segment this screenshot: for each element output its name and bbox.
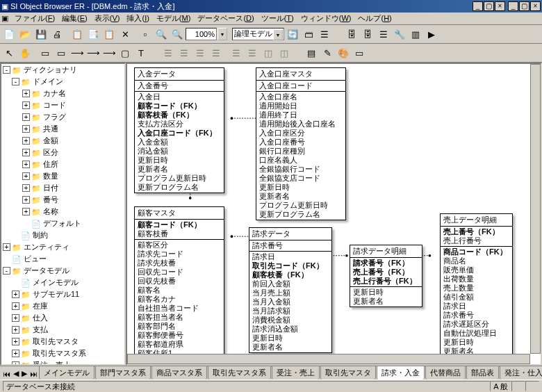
tree-node[interactable]: +📁フラグ <box>1 111 124 123</box>
view-icon[interactable]: ▭ <box>54 45 69 60</box>
model-type-combo[interactable]: 論理モデル <box>232 28 284 40</box>
relation2-icon[interactable]: ⟶ <box>85 45 101 60</box>
close-button[interactable]: × <box>495 1 505 11</box>
hand-icon[interactable]: ✋ <box>17 45 33 60</box>
palette-icon[interactable]: 🎨 <box>336 45 351 60</box>
child-maximize-button[interactable]: ▢ <box>519 1 529 11</box>
tree-node[interactable]: +📁エンティティ <box>1 241 124 253</box>
maximize-button[interactable]: ▢ <box>484 1 494 11</box>
distribute2-icon[interactable]: ☰ <box>245 45 260 60</box>
zoom-dropdown[interactable]: ▼ <box>217 28 227 40</box>
clipboard-icon[interactable]: 📋 <box>101 26 117 42</box>
menu-t[interactable]: ツール(T) <box>258 13 297 24</box>
print-icon[interactable]: 🖨 <box>49 26 65 42</box>
new-icon[interactable]: 📄 <box>1 26 17 42</box>
tree-node[interactable]: +📁取引先マスタ系 <box>1 348 124 359</box>
tree-node[interactable]: +📁カナ名 <box>1 88 124 99</box>
child-minimize-button[interactable]: _ <box>508 1 518 11</box>
tab-item[interactable]: 商品マスタ系 <box>151 366 207 379</box>
menu-f[interactable]: ファイル(F) <box>11 13 58 24</box>
menu-m[interactable]: モデル(M) <box>153 13 195 24</box>
tree-node[interactable]: +📁コード <box>1 99 124 111</box>
tab-nav-next[interactable]: ▶ <box>20 368 28 379</box>
zoom-out-icon[interactable]: 🔍 <box>170 26 185 42</box>
menu-w[interactable]: ウィンドウ(W) <box>297 13 355 24</box>
relation3-icon[interactable]: ⟶ <box>101 45 117 60</box>
tree-node[interactable]: +📁仕入 <box>1 312 124 324</box>
child-close-button[interactable]: × <box>530 1 541 11</box>
relation1-icon[interactable]: ⟶ <box>69 45 85 60</box>
tree-node[interactable]: -📁ドメイン <box>1 76 124 88</box>
tree-node[interactable]: -📁データモデル <box>1 265 124 277</box>
tree-node[interactable]: +📁支払 <box>1 324 124 336</box>
tree-node[interactable]: +📁数量 <box>1 170 124 182</box>
entity-seikyu_mei[interactable]: 請求データ明細請求番号（FK）売上番号（FK）売上行番号（FK）更新日時更新者名 <box>350 245 422 307</box>
tab-nav-prev[interactable]: ◀ <box>12 368 20 379</box>
tree-node[interactable]: +📁名称 <box>1 206 124 218</box>
distribute1-icon[interactable]: ☰ <box>229 45 244 60</box>
align4-icon[interactable]: ☰ <box>208 45 224 60</box>
zoom-input[interactable] <box>186 28 217 40</box>
sheet-icon[interactable]: ▤ <box>304 45 319 60</box>
tree-node[interactable]: +📁番号 <box>1 194 124 206</box>
pointer-icon[interactable]: ↖ <box>1 45 17 60</box>
menu-h[interactable]: ヘルプ(H) <box>354 13 395 24</box>
list-icon[interactable]: ☰ <box>376 26 391 42</box>
entity-icon[interactable]: ▭ <box>38 45 53 60</box>
pencil-icon[interactable]: ✎ <box>320 45 335 60</box>
size2-icon[interactable]: ◫ <box>277 45 292 60</box>
align3-icon[interactable]: ☰ <box>192 45 208 60</box>
align1-icon[interactable]: ☰ <box>161 45 176 60</box>
tree-node[interactable]: +📁取引先マスタ <box>1 336 124 348</box>
tab-nav-last[interactable]: ⏭ <box>28 368 39 379</box>
tree-node[interactable]: +📁サブモデル11 <box>1 288 124 300</box>
delete-icon[interactable]: ✕ <box>117 26 133 42</box>
align2-icon[interactable]: ☰ <box>176 45 192 60</box>
tab-item[interactable]: 発注・仕入 <box>500 366 542 379</box>
tree-node[interactable]: 📄ビュー <box>1 253 124 265</box>
db-icon[interactable]: 🗃 <box>301 26 316 42</box>
zoom-in-icon[interactable]: 🔍 <box>154 26 169 42</box>
window-icon[interactable]: ▭ <box>352 45 367 60</box>
menu-i[interactable]: 挿入(I) <box>123 13 152 24</box>
tree-node[interactable]: +📁共通 <box>1 123 124 135</box>
tab-item[interactable]: 取引先マスタ系 <box>208 366 271 379</box>
erd-canvas[interactable]: 入金データ入金番号入金日顧客コード（FK）顧客枝番（FK）支払方法区分入金口座コ… <box>126 63 542 366</box>
tab-item[interactable]: 受注・売上 <box>272 366 320 379</box>
tree-node[interactable]: +📁金額 <box>1 135 124 147</box>
tree-node[interactable]: +📁住所 <box>1 158 124 170</box>
box-icon[interactable]: ▢ <box>117 45 133 60</box>
refresh-icon[interactable]: 🔄 <box>285 26 300 42</box>
save-icon[interactable]: 💾 <box>33 26 49 42</box>
minimize-button[interactable]: _ <box>473 1 483 11</box>
tab-item[interactable]: 取引先マスタ <box>320 366 376 379</box>
db-forward-icon[interactable]: 🗄 <box>360 26 375 42</box>
menu-v[interactable]: 表示(V) <box>91 13 124 24</box>
open-icon[interactable]: 📂 <box>17 26 33 42</box>
filter-icon[interactable]: ☰ <box>317 26 332 42</box>
zoom-fit-icon[interactable]: ▫ <box>138 26 153 42</box>
tree-node[interactable]: +📁在庫 <box>1 300 124 312</box>
tree-node[interactable]: +📁区分 <box>1 147 124 158</box>
tab-item[interactable]: 部門マスタ系 <box>95 366 151 379</box>
tree-node[interactable]: -📁ディクショナリ <box>1 64 124 76</box>
paste-icon[interactable]: 📑 <box>85 26 101 42</box>
tab-item[interactable]: 代替商品 <box>425 366 466 379</box>
columns-icon[interactable]: ▥ <box>408 26 423 42</box>
entity-nyukin_data[interactable]: 入金データ入金番号入金日顧客コード（FK）顧客枝番（FK）支払方法区分入金口座コ… <box>134 67 224 193</box>
erd-scrollbar-h[interactable] <box>127 354 530 364</box>
entity-kokyaku[interactable]: 顧客マスタ顧客コード（FK）顧客枝番顧客区分請求先コード請求先枝番回収先コード回… <box>134 206 224 366</box>
wrench-icon[interactable]: 🔧 <box>392 26 407 42</box>
erd-scrollbar-v[interactable] <box>530 64 541 354</box>
copy-icon[interactable]: 📋 <box>69 26 85 42</box>
dictionary-tree[interactable]: -📁ディクショナリ-📁ドメイン+📁カナ名+📁コード+📁フラグ+📁共通+📁金額+📁… <box>0 63 126 366</box>
tree-node[interactable]: +📁受注・売上 <box>1 359 124 366</box>
menu-e[interactable]: 編集(E) <box>58 13 91 24</box>
tree-node[interactable]: +📁日付 <box>1 182 124 194</box>
tree-node[interactable]: 📄メインモデル <box>1 277 124 288</box>
tab-item[interactable]: 請求・入金 <box>377 366 425 379</box>
tree-node[interactable]: 📄デフォルト <box>1 218 124 229</box>
tree-node[interactable]: 📄制約 <box>1 229 124 241</box>
tab-item[interactable]: メインモデル <box>39 366 95 379</box>
size1-icon[interactable]: ◫ <box>261 45 276 60</box>
